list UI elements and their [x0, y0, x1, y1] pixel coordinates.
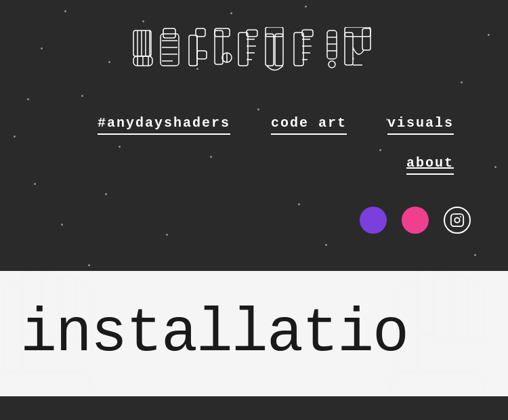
nav-visuals[interactable]: visuals [387, 115, 454, 135]
footer-section [0, 396, 508, 420]
dot [108, 61, 110, 63]
dot [461, 81, 463, 83]
svg-rect-59 [451, 277, 469, 340]
dot [488, 34, 490, 36]
svg-rect-29 [266, 34, 274, 66]
dot [88, 264, 90, 266]
svg-rect-23 [238, 33, 248, 66]
dot [230, 12, 232, 14]
main-text: installatio [0, 299, 408, 369]
dot [166, 234, 168, 236]
nav-about[interactable]: about [406, 155, 454, 175]
social-tumblr-button[interactable] [360, 207, 387, 234]
social-instagram-button[interactable] [444, 207, 471, 234]
dot [41, 47, 43, 49]
social-pinterest-button[interactable] [402, 207, 429, 234]
svg-rect-17 [197, 51, 207, 59]
dot [474, 254, 476, 256]
svg-rect-15 [189, 35, 197, 66]
hero-section: #anydayshaders code art visuals about [0, 0, 508, 271]
nav-anydayshaders[interactable]: #anydayshaders [98, 115, 230, 135]
dot [298, 203, 300, 205]
svg-rect-38 [327, 30, 337, 59]
nav-area: #anydayshaders code art visuals about [0, 115, 508, 171]
nav-row-main: #anydayshaders code art visuals [98, 115, 454, 135]
svg-rect-31 [266, 27, 283, 37]
dot [27, 98, 29, 100]
svg-rect-44 [362, 28, 371, 50]
svg-rect-58 [433, 273, 451, 340]
dot [81, 95, 83, 97]
svg-rect-14 [163, 28, 175, 38]
svg-rect-20 [215, 28, 230, 37]
svg-rect-19 [215, 30, 223, 64]
svg-rect-32 [294, 33, 303, 66]
svg-rect-30 [275, 34, 283, 66]
svg-rect-57 [417, 271, 434, 335]
main-section: installatio [0, 271, 508, 396]
dot [305, 5, 307, 7]
svg-point-49 [460, 216, 461, 217]
svg-rect-47 [451, 214, 463, 226]
logo [132, 27, 376, 81]
svg-point-42 [329, 61, 335, 68]
dot [61, 224, 63, 226]
logo-svg [132, 27, 376, 81]
svg-rect-61 [391, 373, 484, 396]
dot [257, 108, 259, 110]
instagram-icon [450, 213, 465, 228]
svg-rect-55 [0, 373, 91, 396]
dot [105, 193, 107, 195]
svg-rect-0 [133, 30, 151, 56]
svg-rect-60 [469, 286, 484, 340]
social-area [360, 207, 471, 234]
dot [64, 10, 66, 12]
svg-rect-43 [345, 33, 353, 65]
nav-code-art[interactable]: code art [271, 115, 347, 135]
svg-point-48 [454, 217, 459, 222]
dot [34, 183, 36, 185]
nav-about-container: about [406, 155, 454, 171]
dot [142, 20, 144, 22]
dot [325, 244, 327, 246]
